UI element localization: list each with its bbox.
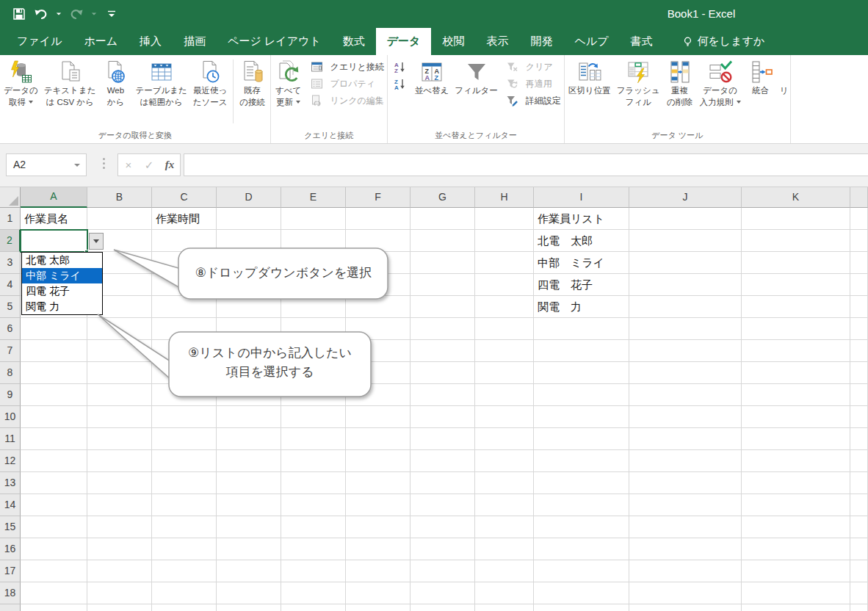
cell-F1[interactable] [346,208,411,230]
cell-E18[interactable] [281,582,346,604]
cell-J16[interactable] [629,538,742,560]
cell-K19[interactable] [742,604,850,611]
cell-I19[interactable] [534,604,629,611]
cell-D19[interactable] [217,604,281,611]
cell-F17[interactable] [346,560,411,582]
select-all-corner[interactable] [0,187,21,208]
cell-H6[interactable] [475,318,534,340]
row-header-11[interactable]: 11 [0,428,21,450]
cell-K7[interactable] [742,340,850,362]
column-header-G[interactable]: G [411,187,475,208]
cell-A18[interactable] [21,582,87,604]
cell-A17[interactable] [21,560,87,582]
cell-D16[interactable] [217,538,281,560]
cell-J12[interactable] [629,450,742,472]
insert-function-icon[interactable]: fx [159,159,180,171]
cell-I10[interactable] [534,406,629,428]
column-header-J[interactable]: J [629,187,742,208]
cell-I11[interactable] [534,428,629,450]
cell-A19[interactable] [21,604,87,611]
cell-K16[interactable] [742,538,850,560]
cell-B18[interactable] [87,582,152,604]
cell-F15[interactable] [346,516,411,538]
tab-データ[interactable]: データ [376,28,432,55]
cell-G13[interactable] [411,472,475,494]
column-header-I[interactable]: I [534,187,629,208]
cell-B12[interactable] [87,450,152,472]
ribbon-button-データの[interactable]: データの入力規則 [697,57,744,129]
ribbon-button-リ[interactable]: リ [778,57,789,129]
cell-D13[interactable] [217,472,281,494]
cell-G2[interactable] [411,230,475,252]
cell-X111[interactable] [850,208,868,230]
cell-E17[interactable] [281,560,346,582]
column-header-H[interactable]: H [475,187,534,208]
row-header-2[interactable]: 2 [0,230,21,252]
cell-B16[interactable] [87,538,152,560]
cell-B13[interactable] [87,472,152,494]
cell-B15[interactable] [87,516,152,538]
tab-開発[interactable]: 開発 [519,28,563,55]
cell-X1110[interactable] [850,406,868,428]
column-header-clip[interactable] [850,187,868,208]
ribbon-button-Web[interactable]: Webから [98,57,132,129]
cell-K8[interactable] [742,362,850,384]
cell-E13[interactable] [281,472,346,494]
cell-E15[interactable] [281,516,346,538]
cell-A12[interactable] [21,450,87,472]
ribbon-button-既存[interactable]: 既存の接続 [236,57,270,129]
ribbon-button-すべて[interactable]: すべて更新 [272,57,305,129]
cell-A6[interactable] [21,318,87,340]
cell-I14[interactable] [534,494,629,516]
cell-X1113[interactable] [850,472,868,494]
cell-K14[interactable] [742,494,850,516]
cell-H7[interactable] [475,340,534,362]
cell-J9[interactable] [629,384,742,406]
cell-G8[interactable] [411,362,475,384]
cell-G16[interactable] [411,538,475,560]
cell-H15[interactable] [475,516,534,538]
cell-C18[interactable] [152,582,217,604]
cell-G9[interactable] [411,384,475,406]
cell-G19[interactable] [411,604,475,611]
cell-G10[interactable] [411,406,475,428]
row-header-7[interactable]: 7 [0,340,21,362]
ribbon-button-テーブルまた[interactable]: テーブルまたは範囲から [132,57,189,129]
name-box[interactable]: A2 [6,153,87,176]
cell-J14[interactable] [629,494,742,516]
cell-H9[interactable] [475,384,534,406]
row-header-18[interactable]: 18 [0,582,21,604]
cell-J19[interactable] [629,604,742,611]
column-header-E[interactable]: E [281,187,346,208]
undo-caret-icon[interactable] [54,5,63,23]
cell-A7[interactable] [21,340,87,362]
formula-input[interactable] [184,153,868,176]
column-header-C[interactable]: C [152,187,217,208]
ribbon-small-詳細設定[interactable]: 詳細設定 [503,93,561,108]
tab-ファイル[interactable]: ファイル [6,28,73,55]
cell-H10[interactable] [475,406,534,428]
cell-I18[interactable] [534,582,629,604]
ribbon-small-クエリと接続[interactable]: クエリと接続 [308,59,384,74]
cell-C1[interactable]: 作業時間 [152,208,217,230]
cell-E14[interactable] [281,494,346,516]
cell-K6[interactable] [742,318,850,340]
column-header-A[interactable]: A [21,187,87,208]
cell-B11[interactable] [87,428,152,450]
cell-X1112[interactable] [850,450,868,472]
tab-校閲[interactable]: 校閲 [431,28,475,55]
cell-I13[interactable] [534,472,629,494]
cell-C13[interactable] [152,472,217,494]
tab-数式[interactable]: 数式 [332,28,376,55]
cell-H2[interactable] [475,230,534,252]
name-box-caret-icon[interactable] [74,164,80,167]
cell-I6[interactable] [534,318,629,340]
cell-C17[interactable] [152,560,217,582]
cell-A13[interactable] [21,472,87,494]
cell-H8[interactable] [475,362,534,384]
cell-F14[interactable] [346,494,411,516]
ribbon-small-sort-az-icon[interactable]: AZ [391,59,410,74]
tab-ヘルプ[interactable]: ヘルプ [563,28,619,55]
cell-D15[interactable] [217,516,281,538]
row-header-1[interactable]: 1 [0,208,21,230]
